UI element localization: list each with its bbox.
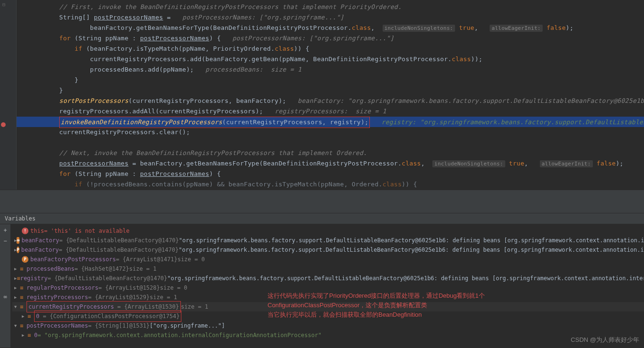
list-icon: ≡: [17, 274, 20, 283]
list-icon: ≡: [20, 264, 27, 274]
error-icon: !: [22, 228, 28, 234]
list-icon: ≡: [20, 321, 27, 330]
list-icon: ≡: [27, 311, 34, 321]
variables-toolbar: + − ∞: [0, 224, 10, 348]
collapse-icon[interactable]: ▼: [14, 302, 20, 311]
link-icon[interactable]: ∞: [1, 293, 9, 301]
code-editor[interactable]: ⊟ // First, invoke the BeanDefinitionReg…: [0, 0, 644, 190]
variables-header: Variables: [0, 213, 644, 224]
list-icon: ≡: [20, 293, 27, 302]
watermark: CSDN @为人师表好少年: [571, 336, 639, 344]
annotation-overlay: 这行代码先执行实现了PriorityOrdered接口的后置处理器，通过Debu…: [268, 291, 485, 320]
expand-icon[interactable]: ▶: [14, 283, 20, 293]
code-content: // First, invoke the BeanDefinitionRegis…: [17, 0, 644, 190]
gutter: ⊟: [0, 0, 17, 190]
var-bfpp[interactable]: PbeanFactoryPostProcessors = {ArrayList@…: [12, 255, 644, 264]
comment: // First, invoke the BeanDefinitionRegis…: [59, 3, 402, 10]
expand-icon[interactable]: ▶: [22, 330, 27, 340]
list-icon: ≡: [20, 302, 27, 311]
inline-hint: postProcessorNames: ["org.springframe...…: [182, 14, 344, 21]
expand-icon[interactable]: ▶: [14, 293, 20, 302]
list-icon: ≡: [20, 283, 27, 293]
var-this[interactable]: !this = 'this' is not available: [12, 226, 644, 236]
variables-panel: Variables + − ∞ !this = 'this' is not av…: [0, 213, 644, 340]
var-beanfactory2[interactable]: ▶PbeanFactory = {DefaultListableBeanFact…: [12, 245, 644, 255]
param-icon: P: [17, 247, 19, 253]
var-processedbeans[interactable]: ▶≡processedBeans = {HashSet@1472} size =…: [12, 264, 644, 274]
infinity-icon: ∞: [17, 237, 19, 244]
breakpoint-icon[interactable]: [1, 122, 6, 127]
current-execution-line: invokeBeanDefinitionRegistryPostProcesso…: [17, 117, 644, 127]
collapse-icon[interactable]: ▼: [14, 321, 20, 330]
expand-icon[interactable]: ▶: [22, 311, 27, 321]
var-postprocessornames[interactable]: ▼≡postProcessorNames = {String[1]@1531} …: [12, 321, 644, 330]
add-watch-icon[interactable]: +: [1, 226, 9, 235]
panel-divider[interactable]: [0, 190, 644, 213]
var-ppn-item0[interactable]: ▶≡0 = "org.springframework.context.annot…: [12, 330, 644, 340]
expand-icon[interactable]: ▶: [14, 264, 20, 274]
gutter-fold-icon[interactable]: ⊟: [2, 2, 12, 9]
remove-watch-icon[interactable]: −: [1, 237, 9, 245]
param-icon: P: [22, 256, 28, 263]
var-beanfactory[interactable]: ▶∞beanFactory = {DefaultListableBeanFact…: [12, 236, 644, 245]
variables-tree[interactable]: !this = 'this' is not available ▶∞beanFa…: [0, 224, 644, 340]
var-registry[interactable]: ▶≡registry = {DefaultListableBeanFactory…: [12, 274, 644, 283]
list-icon: ≡: [27, 330, 34, 340]
